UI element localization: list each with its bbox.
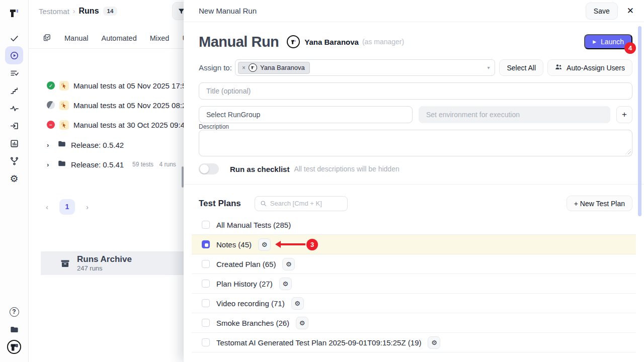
plan-settings-button[interactable]: ⚙: [258, 238, 271, 251]
list-check-icon: [10, 68, 19, 78]
save-button[interactable]: Save: [586, 3, 618, 20]
search-input[interactable]: [270, 200, 336, 207]
testomat-logo[interactable]: [5, 4, 23, 22]
plan-row-smoke-branches[interactable]: Smoke Branches (26) ⚙: [192, 313, 636, 333]
run-as-checklist-toggle[interactable]: [199, 163, 219, 174]
auto-assign-button[interactable]: Auto-Assign Users: [547, 59, 632, 76]
account-avatar: [7, 340, 21, 354]
rungroup-select[interactable]: Select RunGroup: [199, 106, 413, 123]
chevron-right-icon[interactable]: ›: [47, 141, 53, 149]
plan-checkbox-checked[interactable]: [202, 240, 210, 248]
runs-panel: Testomat › Runs 14 ✕ Manual Automated Mi…: [29, 0, 184, 362]
tab-manual[interactable]: Manual: [64, 34, 89, 42]
sidebar-item-tests[interactable]: [5, 29, 23, 47]
cursor-icon: [61, 82, 67, 89]
plan-row-notes[interactable]: Notes (45) ⚙ 3: [192, 235, 636, 254]
search-icon: [260, 200, 267, 207]
page-1-button[interactable]: 1: [59, 199, 75, 215]
sidebar-item-branches[interactable]: [5, 152, 23, 170]
sidebar-item-milestones[interactable]: [5, 81, 23, 100]
run-heading-row: Manual Run Yana Baranova (as manager): [199, 32, 404, 51]
check-icon: [10, 34, 19, 43]
plan-checkbox[interactable]: [202, 221, 210, 229]
plan-settings-button[interactable]: ⚙: [428, 336, 440, 349]
pagination: ‹ 1 ›: [29, 198, 184, 215]
gear-icon: ⚙: [282, 281, 288, 287]
sidebar-item-plans[interactable]: [5, 64, 23, 82]
gear-icon: ⚙: [299, 320, 305, 326]
close-icon[interactable]: ✕: [627, 6, 634, 16]
plan-checkbox[interactable]: [202, 319, 210, 327]
folder-icon: [10, 325, 19, 334]
remove-assignee-icon[interactable]: ×: [242, 64, 246, 71]
modal-scrollbar[interactable]: [638, 26, 641, 216]
plan-checkbox[interactable]: [202, 338, 210, 346]
archive-icon: [60, 258, 70, 268]
release-folder-row[interactable]: › Release: 0.5.42: [29, 137, 184, 152]
sidebar-item-reports[interactable]: [5, 134, 23, 152]
new-test-plan-button[interactable]: + New Test Plan: [567, 196, 632, 211]
icon-rail: ⚙ ?: [0, 0, 29, 362]
title-input[interactable]: [199, 82, 632, 100]
plan-row-plan-history[interactable]: Plan History (27) ⚙: [192, 274, 636, 294]
chevron-down-icon[interactable]: ▾: [487, 65, 490, 70]
runs-archive-card[interactable]: Runs Archive 247 runs: [41, 251, 184, 275]
status-passed-icon: ✓: [47, 81, 55, 89]
plan-row-all-manual-tests[interactable]: All Manual Tests (285): [192, 215, 636, 235]
plan-settings-button[interactable]: ⚙: [282, 258, 295, 270]
plan-settings-button[interactable]: ⚙: [291, 297, 304, 310]
checklist-hint: All test descriptions will be hidden: [294, 165, 399, 173]
select-all-button[interactable]: Select All: [499, 59, 543, 76]
sidebar-item-analytics[interactable]: [5, 99, 23, 117]
release-folder-row[interactable]: › Release: 0.5.41 59 tests 4 runs: [29, 157, 184, 172]
manual-run-icon: [59, 101, 69, 110]
add-environment-button[interactable]: +: [616, 106, 632, 123]
assignee-chip[interactable]: × Yana Baranova: [238, 62, 310, 74]
plan-settings-button[interactable]: ⚙: [296, 317, 308, 329]
test-plans-search[interactable]: [255, 196, 348, 211]
sidebar-item-settings[interactable]: ⚙: [5, 169, 23, 188]
bar-chart-icon: [10, 139, 19, 148]
red-arrow: [280, 243, 305, 245]
runs-count-badge: 14: [103, 7, 118, 16]
plan-label: Video recording (71): [216, 299, 285, 308]
run-list-item[interactable]: ✓ Manual tests at 05 Nov 2025 17:55: [29, 78, 184, 93]
tab-mixed[interactable]: Mixed: [150, 34, 170, 42]
plan-row-video-recording[interactable]: Video recording (71) ⚙: [192, 294, 636, 313]
sidebar-item-account[interactable]: [5, 338, 23, 356]
plan-label: Testomat AI Generated Test Plan 2025-09-…: [216, 338, 421, 347]
annotation-badge: 3: [306, 239, 318, 250]
sidebar-item-runs[interactable]: [5, 46, 23, 64]
next-page-button[interactable]: ›: [86, 203, 89, 211]
tab-automated[interactable]: Automated: [102, 34, 137, 42]
launch-notification-badge: 4: [624, 42, 636, 54]
test-plans-header: Test Plans + New Test Plan: [199, 196, 632, 211]
plan-checkbox[interactable]: [202, 280, 210, 288]
filter-button[interactable]: [172, 2, 184, 20]
sidebar-item-help[interactable]: ?: [5, 303, 23, 321]
prev-page-button[interactable]: ‹: [46, 203, 48, 211]
logo-icon: [8, 7, 20, 19]
sidebar-item-projects[interactable]: [5, 320, 23, 338]
users-icon: [555, 63, 562, 72]
plan-checkbox[interactable]: [202, 299, 210, 307]
filter-icon: [178, 8, 184, 15]
breadcrumb-project[interactable]: Testomat: [39, 7, 69, 16]
assignees-select[interactable]: × Yana Baranova ▾: [235, 59, 495, 76]
gear-icon: ⚙: [294, 300, 300, 307]
play-circle-icon: [10, 51, 19, 60]
plan-checkbox[interactable]: [202, 260, 210, 268]
all-runs-tab-icon[interactable]: [43, 33, 51, 43]
run-list-item[interactable]: Manual tests at 05 Nov 2025 08:23: [29, 98, 184, 113]
chevron-right-icon[interactable]: ›: [47, 161, 53, 168]
plan-settings-button[interactable]: ⚙: [279, 278, 292, 290]
launch-button[interactable]: ▶ Launch 4: [584, 34, 632, 49]
environment-input[interactable]: [419, 106, 610, 123]
run-list-item[interactable]: − Manual tests at 30 Oct 2025 09:48: [29, 117, 184, 132]
description-textarea[interactable]: [199, 130, 632, 156]
sidebar-item-import[interactable]: [5, 117, 23, 135]
toggle-knob: [200, 164, 209, 173]
plan-row-ai-generated[interactable]: Testomat AI Generated Test Plan 2025-09-…: [192, 333, 636, 352]
modal-header: New Manual Run Save ✕: [184, 0, 644, 22]
plan-row-created-plan[interactable]: Created Plan (65) ⚙: [192, 254, 636, 274]
